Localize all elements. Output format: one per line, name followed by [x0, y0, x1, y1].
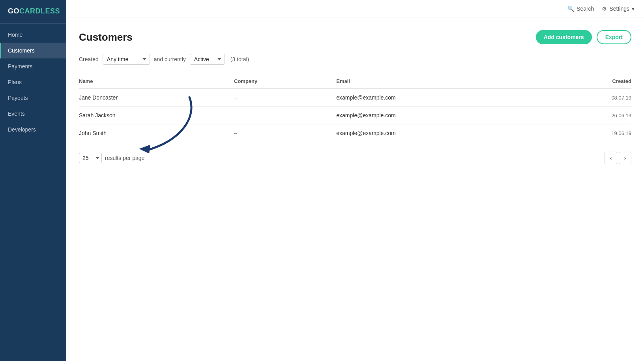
cell-email: example@example.com: [336, 107, 562, 124]
cell-company: –: [234, 124, 336, 142]
add-customers-button[interactable]: Add customers: [536, 30, 592, 44]
settings-label: Settings: [609, 6, 629, 12]
logo-cardless: CARDLESS: [19, 7, 60, 15]
table-row[interactable]: John Smith–example@example.com19.06.19: [79, 124, 631, 142]
topbar: 🔍 Search ⚙ Settings ▾: [66, 0, 644, 17]
col-name: Name: [79, 74, 234, 88]
sidebar-item-events[interactable]: Events: [0, 106, 66, 122]
customers-table: NameCompanyEmailCreated Jane Doncaster–e…: [79, 74, 631, 142]
col-email: Email: [336, 74, 562, 88]
page-content: Customers Add customers Export Created A…: [66, 17, 644, 361]
per-page-group: 102550100 results per page: [79, 153, 144, 163]
search-action[interactable]: 🔍 Search: [567, 6, 594, 12]
table-row[interactable]: Sarah Jackson–example@example.com26.06.1…: [79, 107, 631, 124]
table-header: NameCompanyEmailCreated: [79, 74, 631, 88]
next-page-button[interactable]: ›: [619, 152, 631, 164]
page-title: Customers: [79, 31, 133, 43]
col-company: Company: [234, 74, 336, 88]
logo-go: GO: [8, 7, 19, 15]
cell-name: John Smith: [79, 124, 234, 142]
header-actions: Add customers Export: [536, 30, 631, 44]
logo: GOCARDLESS: [0, 0, 66, 24]
status-filter-select[interactable]: ActiveInactiveAll: [190, 54, 225, 65]
sidebar-item-payouts[interactable]: Payouts: [0, 90, 66, 106]
pagination-nav: ‹ ›: [605, 152, 631, 164]
table-header-row: NameCompanyEmailCreated: [79, 74, 631, 88]
sidebar-item-payments[interactable]: Payments: [0, 58, 66, 74]
page-header: Customers Add customers Export: [79, 30, 631, 44]
cell-email: example@example.com: [336, 124, 562, 142]
main-area: 🔍 Search ⚙ Settings ▾ Customers Add cust…: [66, 0, 644, 361]
cell-name: Sarah Jackson: [79, 107, 234, 124]
settings-action[interactable]: ⚙ Settings ▾: [602, 6, 635, 12]
sidebar-nav: HomeCustomersPaymentsPlansPayoutsEventsD…: [0, 24, 66, 137]
sidebar-item-customers[interactable]: Customers: [0, 43, 66, 58]
sidebar: GOCARDLESS HomeCustomersPaymentsPlansPay…: [0, 0, 66, 361]
per-page-label: results per page: [105, 155, 144, 161]
table-row[interactable]: Jane Doncaster–example@example.com08.07.…: [79, 88, 631, 107]
per-page-select[interactable]: 102550100: [79, 153, 102, 163]
cell-created: 26.06.19: [563, 107, 631, 124]
created-filter-select[interactable]: Any timeTodayLast 7 daysLast 30 daysLast…: [103, 54, 150, 65]
filters-row: Created Any timeTodayLast 7 daysLast 30 …: [79, 54, 631, 65]
search-icon: 🔍: [567, 6, 574, 12]
created-label: Created: [79, 56, 99, 62]
cell-created: 08.07.19: [563, 88, 631, 107]
pagination: 102550100 results per page ‹ ›: [79, 152, 631, 164]
and-currently-label: and currently: [154, 56, 186, 62]
sidebar-item-home[interactable]: Home: [0, 27, 66, 43]
table-body: Jane Doncaster–example@example.com08.07.…: [79, 88, 631, 142]
cell-name: Jane Doncaster: [79, 88, 234, 107]
cell-email: example@example.com: [336, 88, 562, 107]
chevron-down-icon: ▾: [632, 6, 635, 12]
total-badge: (3 total): [230, 56, 249, 62]
export-button[interactable]: Export: [597, 30, 631, 44]
cell-created: 19.06.19: [563, 124, 631, 142]
sidebar-item-developers[interactable]: Developers: [0, 122, 66, 137]
col-created: Created: [563, 74, 631, 88]
sidebar-item-plans[interactable]: Plans: [0, 74, 66, 90]
gear-icon: ⚙: [602, 6, 607, 12]
prev-page-button[interactable]: ‹: [605, 152, 617, 164]
cell-company: –: [234, 88, 336, 107]
cell-company: –: [234, 107, 336, 124]
search-label: Search: [577, 6, 594, 12]
